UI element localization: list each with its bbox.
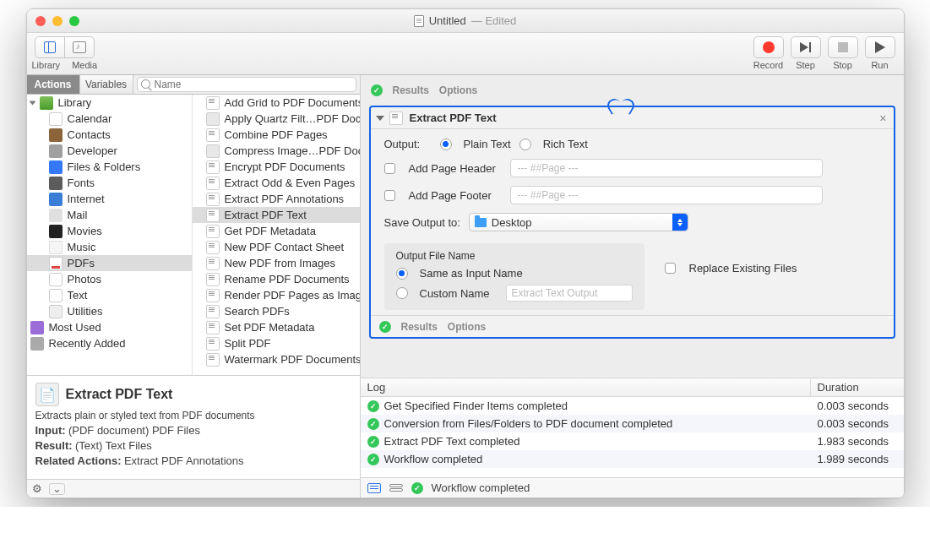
action-icon [206, 289, 220, 302]
page-header-input[interactable]: --- ##Page --- [510, 159, 823, 177]
stop-label: Stop [833, 60, 852, 70]
action-item[interactable]: Extract PDF Annotations [193, 191, 360, 207]
action-icon [206, 273, 220, 286]
options-link[interactable]: Options [448, 321, 486, 333]
action-item[interactable]: Extract Odd & Even Pages [193, 175, 360, 191]
checkbox-add-page-footer[interactable] [384, 190, 395, 201]
category-item[interactable]: Text [27, 287, 192, 303]
tab-variables[interactable]: Variables [80, 75, 133, 94]
stop-button[interactable] [828, 36, 858, 58]
category-recently-added[interactable]: Recently Added [27, 335, 192, 351]
radio-same-as-input[interactable] [396, 268, 408, 280]
view-mode-list-icon[interactable] [367, 483, 381, 493]
gear-icon[interactable] [32, 482, 42, 495]
category-most-used[interactable]: Most Used [27, 319, 192, 335]
bottom-status-bar: ✓ Workflow completed [361, 477, 904, 497]
radio-rich-text[interactable] [519, 139, 531, 150]
document-icon [414, 15, 424, 27]
radio-plain-text[interactable] [440, 139, 452, 150]
record-button[interactable] [753, 36, 784, 58]
action-item[interactable]: Rename PDF Documents [193, 271, 360, 287]
log-panel: Log Duration ✓Get Specified Finder Items… [361, 378, 904, 477]
run-button[interactable] [865, 36, 895, 58]
action-item[interactable]: New PDF Contact Sheet [193, 239, 360, 255]
results-link[interactable]: Results [401, 321, 438, 333]
category-icon [49, 128, 63, 142]
view-mode-flow-icon[interactable] [389, 484, 403, 492]
category-item[interactable]: Contacts [27, 127, 192, 143]
log-row[interactable]: ✓Get Specified Finder Items completed0.0… [361, 397, 904, 415]
search-input[interactable] [137, 77, 356, 92]
status-ok-icon: ✓ [379, 321, 391, 333]
category-item[interactable]: Music [27, 239, 192, 255]
page-footer-input[interactable]: --- ##Page --- [510, 186, 823, 204]
action-item[interactable]: Compress Image…PDF Documents [193, 143, 360, 159]
category-list[interactable]: Library CalendarContactsDeveloperFiles &… [27, 95, 193, 375]
category-item[interactable]: Mail [27, 207, 192, 223]
log-row[interactable]: ✓Extract PDF Text completed1.983 seconds [361, 432, 904, 450]
category-item[interactable]: Photos [27, 271, 192, 287]
log-column-message[interactable]: Log [361, 378, 811, 396]
action-item[interactable]: Render PDF Pages as Images [193, 287, 360, 303]
category-item[interactable]: Fonts [27, 175, 192, 191]
description-title: Extract PDF Text [66, 387, 173, 402]
action-item[interactable]: Split PDF [193, 335, 360, 351]
run-icon [875, 41, 885, 53]
action-item[interactable]: Set PDF Metadata [193, 319, 360, 335]
close-window-button[interactable] [35, 16, 46, 26]
zoom-window-button[interactable] [69, 16, 79, 26]
category-item[interactable]: Utilities [27, 303, 192, 319]
checkbox-replace-existing[interactable] [665, 263, 676, 274]
action-item[interactable]: Combine PDF Pages [193, 127, 360, 143]
folder-icon [475, 218, 487, 227]
toolbar: Library Media Record Step Stop Run [27, 33, 904, 75]
category-item[interactable]: Developer [27, 143, 192, 159]
window-subtitle: — Edited [471, 14, 516, 27]
checkbox-add-page-header[interactable] [384, 163, 395, 174]
disclosure-icon[interactable] [376, 116, 384, 121]
action-item[interactable]: Get PDF Metadata [193, 223, 360, 239]
save-destination-select[interactable]: Desktop [469, 213, 688, 231]
category-item[interactable]: Internet [27, 191, 192, 207]
action-item[interactable]: Extract PDF Text [193, 207, 360, 223]
step-button[interactable] [791, 36, 821, 58]
results-link[interactable]: Results [393, 84, 429, 96]
category-item[interactable]: Files & Folders [27, 159, 192, 175]
tab-actions[interactable]: Actions [27, 75, 80, 94]
log-row[interactable]: ✓Conversion from Files/Folders to PDF do… [361, 415, 904, 432]
action-item[interactable]: Add Grid to PDF Documents [193, 95, 360, 111]
action-item[interactable]: Watermark PDF Documents [193, 351, 360, 367]
log-row[interactable]: ✓Workflow completed1.989 seconds [361, 450, 904, 468]
step-icon [800, 42, 811, 52]
recently-added-icon [30, 337, 44, 351]
media-toggle-button[interactable] [64, 36, 95, 58]
remove-action-button[interactable]: × [879, 111, 886, 125]
description-panel: 📄 Extract PDF Text Extracts plain or sty… [27, 375, 360, 479]
category-icon [49, 273, 63, 286]
options-link[interactable]: Options [439, 84, 477, 96]
action-icon [206, 112, 220, 126]
status-ok-icon: ✓ [371, 84, 383, 96]
action-icon [206, 96, 220, 110]
action-item[interactable]: New PDF from Images [193, 255, 360, 271]
category-item[interactable]: PDFs [27, 255, 192, 271]
chevron-down-icon[interactable] [49, 483, 65, 495]
description-summary: Extracts plain or styled text from PDF d… [35, 410, 351, 421]
minimize-window-button[interactable] [52, 16, 63, 26]
category-item[interactable]: Movies [27, 223, 192, 239]
log-column-duration[interactable]: Duration [811, 378, 904, 396]
library-toggle-button[interactable] [35, 36, 65, 58]
custom-name-input[interactable]: Extract Text Output [506, 285, 633, 302]
action-item[interactable]: Encrypt PDF Documents [193, 159, 360, 175]
actions-list[interactable]: Add Grid to PDF DocumentsApply Quartz Fi… [193, 95, 360, 375]
output-file-name-group: Output File Name Same as Input Name Cust… [384, 243, 644, 310]
radio-custom-name[interactable] [396, 287, 408, 299]
log-body[interactable]: ✓Get Specified Finder Items completed0.0… [361, 397, 904, 477]
action-item[interactable]: Apply Quartz Filt…PDF Documents [193, 111, 360, 127]
category-item[interactable]: Calendar [27, 111, 192, 127]
category-icon [49, 112, 63, 126]
status-ok-icon: ✓ [411, 482, 423, 494]
action-item[interactable]: Search PDFs [193, 303, 360, 319]
category-library[interactable]: Library [27, 95, 192, 111]
media-label: Media [72, 60, 97, 70]
